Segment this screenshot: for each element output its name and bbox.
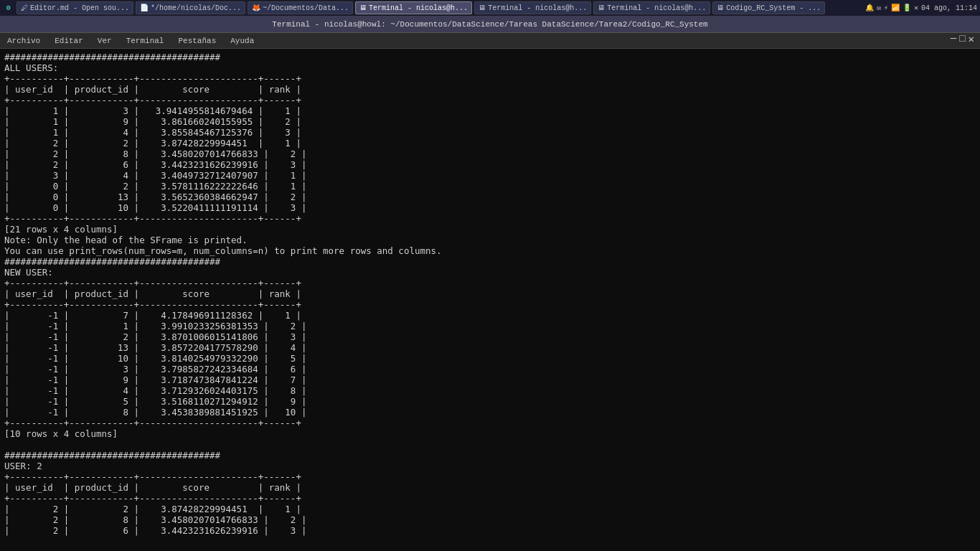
taskbar-item-label-3: Terminal - nicolas@h... bbox=[369, 4, 468, 12]
menu-editar[interactable]: Editar bbox=[50, 35, 88, 47]
close-icon[interactable]: ✕ bbox=[914, 4, 918, 12]
titlebar: Terminal - nicolas@howl: ~/Documentos/Da… bbox=[0, 16, 980, 33]
taskbar-item-1[interactable]: 📄 */home/nicolas/Doc... bbox=[136, 1, 245, 14]
menu-ver[interactable]: Ver bbox=[93, 35, 116, 47]
datetime: 04 ago, 11:14 bbox=[921, 4, 977, 12]
titlebar-text: Terminal - nicolas@howl: ~/Documentos/Da… bbox=[272, 20, 707, 29]
taskbar-item-icon-4: 🖥 bbox=[479, 4, 486, 12]
taskbar-item-label-2: ~/Documentos/Data... bbox=[263, 4, 349, 12]
taskbar-item-icon-2: 🦊 bbox=[252, 4, 260, 12]
taskbar-item-label-4: Terminal - nicolas@h... bbox=[488, 4, 587, 12]
taskbar-item-5[interactable]: 🖥 Terminal - nicolas@h... bbox=[593, 1, 710, 14]
system-icon: ⚙ bbox=[3, 2, 14, 14]
wifi-icon: 📶 bbox=[891, 4, 900, 12]
mail-icon: ✉ bbox=[877, 4, 881, 12]
taskbar-item-2[interactable]: 🦊 ~/Documentos/Data... bbox=[248, 1, 353, 14]
terminal-output[interactable]: ########################################… bbox=[0, 49, 980, 551]
taskbar-item-label-5: Terminal - nicolas@h... bbox=[607, 4, 706, 12]
taskbar-item-icon-3: 🖥 bbox=[359, 4, 367, 12]
menubar: Archivo Editar Ver Terminal Pestañas Ayu… bbox=[0, 33, 980, 49]
taskbar-item-icon-5: 🖥 bbox=[598, 4, 605, 12]
battery-icon: 🔋 bbox=[903, 4, 911, 12]
taskbar-item-label-1: */home/nicolas/Doc... bbox=[151, 4, 241, 12]
titlebar-controls: ─ □ ✕ bbox=[951, 33, 974, 45]
maximize-button[interactable]: □ bbox=[959, 33, 965, 45]
terminal-content: ########################################… bbox=[4, 52, 976, 536]
taskbar-item-icon-0: 🖊 bbox=[21, 4, 28, 12]
menu-terminal[interactable]: Terminal bbox=[122, 35, 169, 47]
menu-ayuda[interactable]: Ayuda bbox=[226, 35, 258, 47]
menu-pestanas[interactable]: Pestañas bbox=[174, 35, 220, 47]
taskbar-item-0[interactable]: 🖊 Editor.md - Open sou... bbox=[17, 1, 133, 14]
close-button[interactable]: ✕ bbox=[969, 33, 974, 45]
menu-archivo[interactable]: Archivo bbox=[3, 35, 44, 47]
notification-icon: 🔔 bbox=[865, 4, 874, 12]
taskbar-right: 🔔 ✉ ⚡ 📶 🔋 ✕ 04 ago, 11:14 bbox=[865, 4, 977, 12]
taskbar-item-3[interactable]: 🖥 Terminal - nicolas@h... bbox=[355, 1, 472, 14]
taskbar-item-6[interactable]: 🖥 Codigo_RC_System - ... bbox=[712, 1, 825, 14]
taskbar-item-icon-1: 📄 bbox=[140, 4, 149, 12]
taskbar-item-icon-6: 🖥 bbox=[717, 4, 724, 12]
bluetooth-icon: ⚡ bbox=[884, 4, 888, 12]
taskbar-item-label-6: Codigo_RC_System - ... bbox=[726, 4, 821, 12]
taskbar-item-label-0: Editor.md - Open sou... bbox=[30, 4, 129, 12]
taskbar: ⚙ 🖊 Editor.md - Open sou... 📄 */home/nic… bbox=[0, 0, 980, 16]
minimize-button[interactable]: ─ bbox=[951, 33, 956, 45]
taskbar-item-4[interactable]: 🖥 Terminal - nicolas@h... bbox=[474, 1, 591, 14]
